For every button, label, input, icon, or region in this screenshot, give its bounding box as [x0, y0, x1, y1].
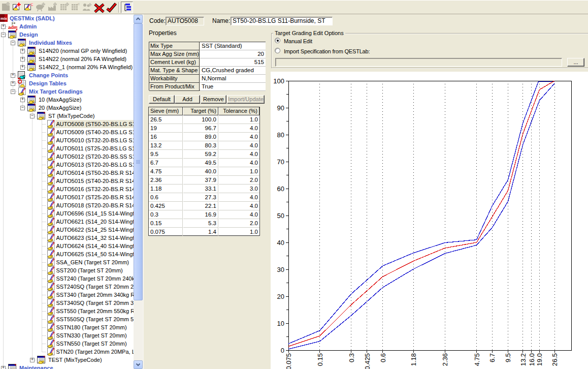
svg-text:90: 90 [277, 104, 284, 112]
svg-text:40: 40 [277, 239, 284, 247]
svg-text:6.7: 6.7 [488, 353, 496, 362]
svg-text:60: 60 [277, 185, 284, 193]
svg-text:0.425: 0.425 [364, 353, 371, 369]
svg-text:80: 80 [277, 131, 284, 139]
svg-text:c: c [30, 2, 34, 7]
svg-text:13.2: 13.2 [519, 353, 527, 366]
svg-text:mix: mix [1, 16, 8, 21]
svg-text:2.36: 2.36 [441, 353, 449, 366]
svg-text:c: c [78, 2, 80, 6]
svg-text:0.15: 0.15 [316, 353, 324, 366]
svg-text:1.18: 1.18 [410, 353, 417, 366]
svg-text:10: 10 [277, 320, 284, 327]
svg-text:16.0: 16.0 [528, 353, 536, 366]
svg-text:adm: adm [8, 24, 17, 30]
svg-text:100: 100 [273, 77, 284, 85]
svg-text:30: 30 [277, 266, 284, 273]
svg-text:19.0: 19.0 [536, 353, 543, 366]
svg-text:20: 20 [277, 293, 284, 300]
svg-text:0.6: 0.6 [379, 353, 387, 362]
svg-text:9.5: 9.5 [504, 353, 512, 362]
svg-text:26.5: 26.5 [551, 353, 559, 366]
svg-text:0.3: 0.3 [348, 353, 355, 362]
svg-text:70: 70 [277, 158, 284, 166]
svg-text:0.075: 0.075 [285, 353, 292, 369]
svg-text:4.75: 4.75 [473, 353, 481, 366]
svg-text:50: 50 [277, 212, 284, 220]
svg-text:0: 0 [281, 347, 284, 354]
